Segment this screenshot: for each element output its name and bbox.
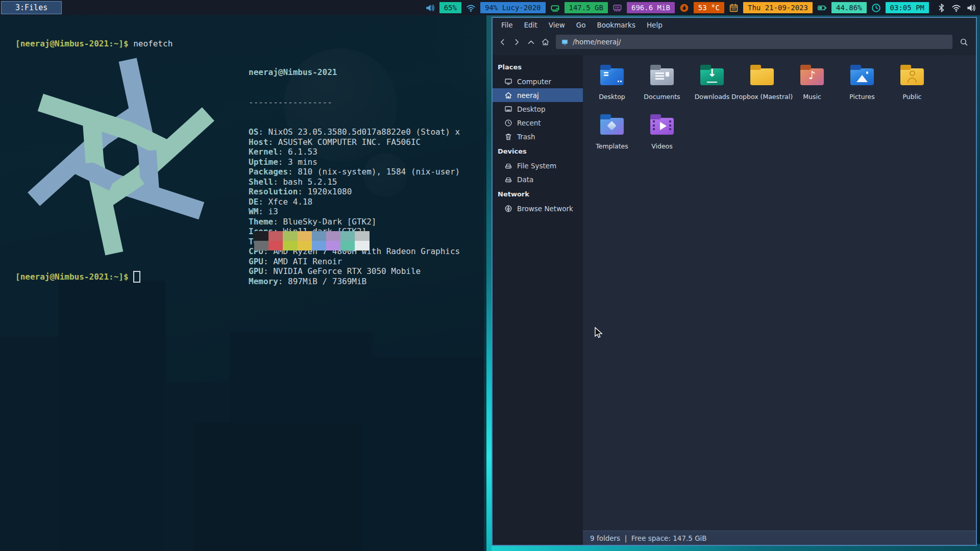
wifi-badge[interactable]: 94% Lucy-2020 xyxy=(480,2,546,13)
sidebar-item-recent[interactable]: Recent xyxy=(493,116,583,130)
path-bar[interactable]: /home/neeraj/ xyxy=(556,35,952,49)
folder-label: Public xyxy=(903,93,922,101)
time-badge[interactable]: 03:05 PM xyxy=(886,2,929,13)
menubar: FileEditViewGoBookmarksHelp xyxy=(493,18,976,32)
topbar-modules: 65%94% Lucy-2020147.5 GB696.6 MiB53 °CTh… xyxy=(425,2,929,13)
sidebar-item-neeraj[interactable]: neeraj xyxy=(493,88,583,102)
bluetooth-icon xyxy=(937,3,946,13)
pictures-folder-icon xyxy=(850,68,874,85)
recent-icon xyxy=(504,119,512,127)
neofetch-info: neeraj@Nimbus-2021 ----------------- OS:… xyxy=(249,47,460,306)
folder-glyph xyxy=(650,68,674,85)
date-badge[interactable]: Thu 21-09-2023 xyxy=(743,2,813,13)
menu-view[interactable]: View xyxy=(544,19,570,31)
workspace-badge[interactable]: 3:Files xyxy=(1,1,62,14)
menu-edit[interactable]: Edit xyxy=(520,19,542,31)
terminal-cursor xyxy=(133,271,140,283)
current-path: /home/neeraj/ xyxy=(573,38,621,46)
public-folder-icon xyxy=(900,68,924,85)
palette-swatch xyxy=(268,241,283,251)
sidebar-section-network: Network xyxy=(493,186,583,202)
folder-glyph xyxy=(850,68,874,85)
i3-status-bar: 3:Files 65%94% Lucy-2020147.5 GB696.6 Mi… xyxy=(0,0,980,15)
battery-badge[interactable]: 44.86% xyxy=(831,2,867,13)
folder-item-templates[interactable]: Templates xyxy=(587,112,637,161)
menu-file[interactable]: File xyxy=(497,19,518,31)
mouse-cursor xyxy=(594,327,605,339)
memory-badge[interactable]: 696.6 MiB xyxy=(627,2,675,13)
folder-glyph: ↓ xyxy=(700,68,724,85)
desktop-icon xyxy=(504,105,512,113)
folder-item-desktop[interactable]: Desktop xyxy=(587,62,637,112)
terminal-prompt-line-2[interactable]: [neeraj@Nimbus-2021:~]$ xyxy=(15,271,140,283)
volume-icon xyxy=(425,3,435,13)
folder-label: Pictures xyxy=(849,93,875,101)
folder-glyph xyxy=(650,118,674,135)
folder-item-public[interactable]: Public xyxy=(887,62,937,112)
desktop-folder-icon xyxy=(600,68,624,85)
drive-icon xyxy=(504,176,512,184)
clock-icon xyxy=(871,3,881,13)
folder-glyph: ♪ xyxy=(800,68,824,85)
disk-badge[interactable]: 147.5 GB xyxy=(565,2,608,13)
neofetch-field: Theme: BlueSky-Dark [GTK2] xyxy=(249,217,460,227)
folder-label: Desktop xyxy=(599,93,625,101)
status-bar: 9 folders | Free space: 147.5 GiB xyxy=(583,531,976,545)
menu-help[interactable]: Help xyxy=(642,19,667,31)
back-button[interactable] xyxy=(496,35,509,48)
sidebar: PlacesComputerneerajDesktopRecentTrashDe… xyxy=(493,55,583,545)
menu-go[interactable]: Go xyxy=(572,19,591,31)
sidebar-item-trash[interactable]: Trash xyxy=(493,130,583,143)
folder-glyph xyxy=(750,68,774,85)
folder-glyph xyxy=(600,118,624,135)
battery-icon xyxy=(817,3,827,13)
palette-swatch xyxy=(254,241,268,251)
home-button[interactable] xyxy=(538,35,552,48)
wifi-icon xyxy=(466,3,476,13)
sidebar-item-computer[interactable]: Computer xyxy=(493,74,583,88)
menu-bookmarks[interactable]: Bookmarks xyxy=(593,19,640,31)
sidebar-item-label: Computer xyxy=(517,78,551,86)
folder-item-dropbox-maestral-[interactable]: Dropbox (Maestral) xyxy=(737,62,787,112)
neofetch-field: Shell: bash 5.2.15 xyxy=(249,177,460,187)
folder-item-documents[interactable]: Documents xyxy=(637,62,687,112)
chevron-right-icon xyxy=(512,38,521,46)
neofetch-field: Packages: 810 (nix-system), 1584 (nix-us… xyxy=(249,167,460,177)
documents-folder-icon xyxy=(650,68,674,85)
neofetch-field: Kernel: 6.1.53 xyxy=(249,147,460,157)
palette-swatch xyxy=(355,241,369,251)
sidebar-item-label: File System xyxy=(517,162,556,170)
shell-command: neofetch xyxy=(129,39,173,48)
volume-badge[interactable]: 65% xyxy=(439,2,461,13)
search-button[interactable] xyxy=(957,35,971,49)
videos-folder-icon xyxy=(650,118,674,135)
workspace-label: 3:Files xyxy=(15,3,47,12)
forward-button[interactable] xyxy=(510,35,523,48)
music-folder-icon: ♪ xyxy=(800,68,824,85)
sidebar-section-devices: Devices xyxy=(493,143,583,159)
palette-swatch xyxy=(298,231,312,241)
temperature-badge[interactable]: 53 °C xyxy=(694,2,724,13)
folder-item-downloads[interactable]: ↓Downloads xyxy=(687,62,737,112)
palette-swatch xyxy=(268,231,283,241)
palette-swatch xyxy=(283,231,297,241)
folder-label: Videos xyxy=(651,142,673,150)
chevron-up-icon xyxy=(527,38,535,46)
terminal-window[interactable]: [neeraj@Nimbus-2021:~]$ neofetch neeraj@… xyxy=(0,15,486,551)
memory-icon xyxy=(612,3,622,13)
home-icon xyxy=(504,91,512,99)
trash-icon xyxy=(504,133,512,141)
palette-swatch xyxy=(326,241,340,251)
calendar-icon xyxy=(729,3,739,13)
folder-item-music[interactable]: ♪Music xyxy=(787,62,837,112)
sidebar-item-label: Data xyxy=(517,176,533,184)
sidebar-item-data[interactable]: Data xyxy=(493,172,583,186)
sidebar-item-file-system[interactable]: File System xyxy=(493,159,583,172)
network-icon xyxy=(504,205,512,213)
folder-item-pictures[interactable]: Pictures xyxy=(837,62,887,112)
folder-item-videos[interactable]: Videos xyxy=(637,112,687,161)
sidebar-item-browse-network[interactable]: Browse Network xyxy=(493,202,583,215)
sidebar-item-desktop[interactable]: Desktop xyxy=(493,102,583,116)
sidebar-item-label: Trash xyxy=(517,133,535,141)
up-button[interactable] xyxy=(524,35,537,48)
